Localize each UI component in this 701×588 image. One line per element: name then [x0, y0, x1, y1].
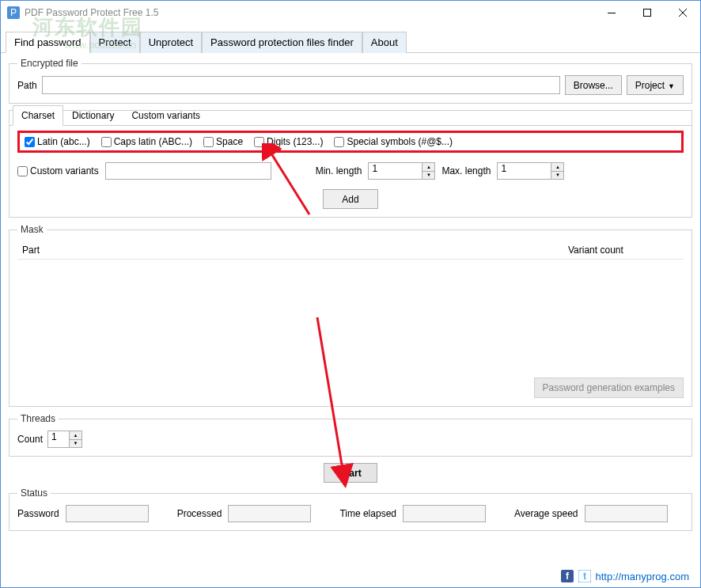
charset-checkbox-row: Latin (abc...) Caps latin (ABC...) Space… [17, 131, 684, 153]
status-legend: Status [17, 487, 51, 499]
spin-down-icon[interactable]: ▼ [551, 172, 563, 180]
status-time-value [403, 505, 486, 522]
spin-up-icon[interactable]: ▲ [69, 431, 81, 440]
password-examples-button[interactable]: Password generation examples [534, 377, 684, 398]
spin-up-icon[interactable]: ▲ [551, 163, 563, 172]
encrypted-legend: Encrypted file [17, 58, 81, 69]
status-group: Status Password Processed Time elapsed A… [9, 487, 692, 531]
website-link[interactable]: http://manyprog.com [596, 571, 690, 582]
check-custom-variants[interactable]: Custom variants [17, 165, 99, 176]
threads-legend: Threads [17, 413, 59, 424]
check-digits[interactable]: Digits (123...) [254, 136, 323, 147]
custom-variants-input[interactable] [105, 162, 271, 180]
maximize-button[interactable] [629, 1, 665, 25]
status-speed-value [585, 505, 668, 522]
check-space[interactable]: Space [203, 136, 243, 147]
footer: f t http://manyprog.com [561, 570, 690, 582]
minimize-button[interactable] [593, 1, 629, 25]
browse-button[interactable]: Browse... [565, 75, 622, 95]
threads-group: Threads Count 1 ▲▼ [9, 413, 692, 457]
min-length-label: Min. length [316, 165, 362, 176]
svg-rect-2 [608, 13, 616, 13]
mask-legend: Mask [17, 224, 47, 235]
svg-rect-3 [643, 9, 650, 17]
spin-down-icon[interactable]: ▼ [69, 440, 81, 448]
path-label: Path [17, 80, 37, 91]
charset-group: Charset Dictionary Custom variants Latin… [9, 110, 692, 218]
spin-down-icon[interactable]: ▼ [422, 172, 434, 180]
tab-protection-finder[interactable]: Password protection files finder [202, 32, 362, 53]
col-variant-count: Variant count [568, 245, 679, 256]
svg-text:P: P [10, 7, 17, 18]
check-special[interactable]: Special symbols (#@$...) [334, 136, 453, 147]
path-input[interactable] [42, 76, 560, 94]
status-time-label: Time elapsed [339, 508, 396, 519]
start-button[interactable]: Start [324, 463, 377, 483]
col-part: Part [22, 245, 568, 256]
status-password-value [66, 505, 149, 522]
mask-table-body[interactable] [17, 260, 684, 374]
tab-about[interactable]: About [362, 32, 407, 53]
project-button[interactable]: Project▼ [627, 75, 684, 95]
subtab-charset[interactable]: Charset [13, 105, 63, 126]
subtab-custom[interactable]: Custom variants [123, 105, 209, 126]
max-length-label: Max. length [441, 165, 491, 176]
tab-protect[interactable]: Protect [90, 32, 140, 53]
mask-group: Mask Part Variant count Password generat… [9, 224, 692, 407]
max-length-spinner[interactable]: 1 ▲▼ [497, 162, 564, 180]
facebook-icon[interactable]: f [561, 570, 574, 582]
status-speed-label: Average speed [514, 508, 578, 519]
status-processed-label: Processed [177, 508, 222, 519]
titlebar: P PDF Password Protect Free 1.5 [1, 1, 700, 25]
status-processed-value [228, 505, 311, 522]
tab-find-password[interactable]: Find password [6, 32, 90, 53]
add-button[interactable]: Add [323, 189, 378, 209]
min-length-spinner[interactable]: 1 ▲▼ [368, 162, 435, 180]
thread-count-spinner[interactable]: 1 ▲▼ [47, 431, 82, 448]
close-button[interactable] [665, 1, 700, 25]
app-icon: P [7, 6, 20, 19]
caret-down-icon: ▼ [668, 82, 675, 90]
twitter-icon[interactable]: t [578, 570, 591, 582]
main-tabbar: Find password Protect Unprotect Password… [1, 29, 700, 53]
tab-unprotect[interactable]: Unprotect [140, 32, 202, 53]
subtab-dictionary[interactable]: Dictionary [63, 105, 123, 126]
status-password-label: Password [17, 508, 59, 519]
mask-table-header: Part Variant count [17, 241, 684, 260]
encrypted-file-group: Encrypted file Path Browse... Project▼ [9, 58, 692, 104]
svg-text:t: t [583, 571, 586, 582]
spin-up-icon[interactable]: ▲ [422, 163, 434, 172]
window-title: PDF Password Protect Free 1.5 [25, 7, 593, 18]
check-caps[interactable]: Caps latin (ABC...) [101, 136, 192, 147]
count-label: Count [17, 434, 43, 445]
check-latin[interactable]: Latin (abc...) [25, 136, 90, 147]
